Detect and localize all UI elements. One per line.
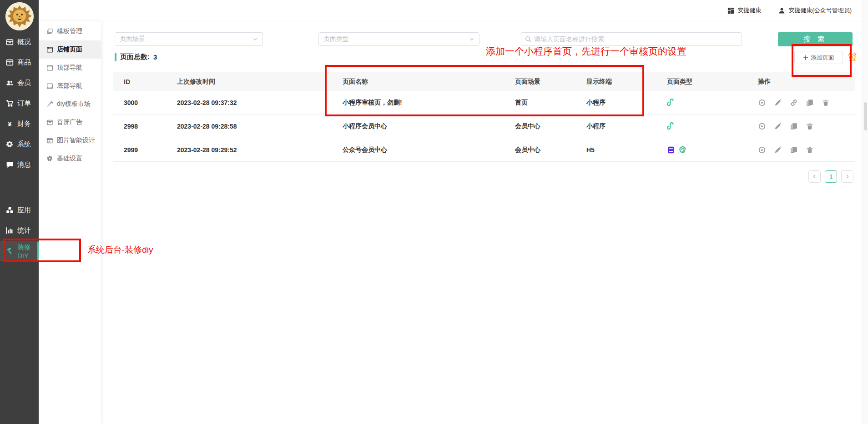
pagination: 1 <box>808 170 853 183</box>
diy-market-icon <box>46 101 53 108</box>
scrollbar-thumb[interactable] <box>864 102 867 130</box>
user-name: 安捷健康(公众号管理员) <box>788 6 852 15</box>
accent-bar <box>115 53 116 61</box>
workspace-switcher[interactable]: 安捷健康 <box>727 6 761 15</box>
page-total-count: 3 <box>153 53 157 61</box>
submenu-item-label: 首屏广告 <box>57 118 82 126</box>
submenu-item-top-nav[interactable]: 顶部导航 <box>39 59 101 77</box>
goods-icon <box>6 59 14 66</box>
miniprogram-icon <box>667 122 676 130</box>
col-operations: 操作 <box>758 78 855 86</box>
submenu-item-image-design[interactable]: 图片智能设计 <box>39 131 101 150</box>
user-menu[interactable]: 安捷健康(公众号管理员) <box>778 6 852 15</box>
page-type-placeholder: 页面类型 <box>323 35 349 43</box>
sidebar-item-label: 订单 <box>17 99 31 108</box>
sidebar-item-finance[interactable]: ¥ 财务 <box>0 114 39 134</box>
sidebar-item-label: 商品 <box>17 58 31 67</box>
submenu-item-label: 店铺页面 <box>57 45 82 54</box>
cell-page-type <box>667 122 758 130</box>
top-header: 安捷健康 安捷健康(公众号管理员) <box>101 0 863 21</box>
sidebar-item-label: 消息 <box>17 160 31 169</box>
sidebar-item-orders[interactable]: 订单 <box>0 93 39 114</box>
page-type-select[interactable]: 页面类型 <box>318 32 479 46</box>
stats-icon <box>6 227 14 234</box>
sidebar-item-label: 概况 <box>17 38 31 46</box>
copy-icon[interactable] <box>790 146 798 154</box>
edit-icon[interactable] <box>774 146 782 154</box>
chevron-down-icon <box>469 36 474 42</box>
annotation-note-add-review-page: 添加一个小程序首页，先进行一个审核页的设置 <box>486 45 686 58</box>
cell-time: 2023-02-28 09:29:52 <box>177 146 343 154</box>
copy-icon[interactable] <box>790 122 798 130</box>
overview-icon <box>6 38 14 46</box>
submenu-item-shop-page[interactable]: 店铺页面 <box>39 40 101 59</box>
sidebar-item-message[interactable]: 消息 <box>0 155 39 175</box>
cell-name: 公众号会员中心 <box>343 146 515 154</box>
table-row: 2999 2023-02-28 09:29:52 公众号会员中心 会员中心 H5 <box>113 138 855 162</box>
sidebar-item-members[interactable]: 会员 <box>0 73 39 93</box>
col-page-type: 页面类型 <box>667 78 758 86</box>
image-design-icon <box>46 137 53 144</box>
row-operations <box>758 122 855 130</box>
search-input[interactable] <box>534 35 738 43</box>
cell-terminal: 小程序 <box>586 122 667 130</box>
page-total-label: 页面总数: <box>120 53 150 61</box>
cell-scene: 会员中心 <box>515 122 586 130</box>
h5-mobile-icon <box>667 146 675 154</box>
annotation-box-decorate-diy <box>3 239 81 262</box>
sidebar-item-system[interactable]: 系统 <box>0 134 39 155</box>
submenu-item-banner-ad[interactable]: 首屏广告 <box>39 113 101 131</box>
table-row: 2998 2023-02-28 09:28:58 小程序会员中心 会员中心 小程… <box>113 115 855 138</box>
link-icon[interactable] <box>790 99 798 107</box>
sidebar-item-apps[interactable]: 应用 <box>0 200 39 220</box>
sidebar-item-stats[interactable]: 统计 <box>0 220 39 241</box>
chevron-down-icon <box>252 36 258 42</box>
lion-logo-icon <box>5 2 34 30</box>
submenu-item-label: 底部导航 <box>57 82 82 90</box>
submenu-item-basic-settings[interactable]: 基础设置 <box>39 150 101 168</box>
system-icon <box>6 140 14 148</box>
page-scene-select[interactable]: 页面场景 <box>115 32 263 46</box>
view-icon[interactable] <box>758 122 766 130</box>
col-id: ID <box>124 78 177 85</box>
submenu-item-label: 模板管理 <box>57 27 82 35</box>
top-nav-icon <box>46 65 53 71</box>
page-search-field <box>521 32 742 46</box>
col-modified-time: 上次修改时间 <box>177 78 343 86</box>
sidebar-item-overview[interactable]: 概况 <box>0 32 39 52</box>
cell-id: 3000 <box>124 99 177 106</box>
submenu-item-template-manage[interactable]: 模板管理 <box>39 22 101 40</box>
submenu-item-label: 顶部导航 <box>57 64 82 72</box>
submenu-item-bottom-nav[interactable]: 底部导航 <box>39 77 101 95</box>
wechat-official-icon <box>678 145 687 154</box>
main-sidebar: 概况 商品 会员 订单 ¥ 财务 系统 <box>0 0 39 424</box>
cell-id: 2998 <box>124 123 177 130</box>
copy-icon[interactable] <box>806 99 814 107</box>
apps-icon <box>6 206 14 214</box>
cell-time: 2023-02-28 09:37:32 <box>177 99 343 106</box>
delete-icon[interactable] <box>806 146 814 154</box>
message-icon <box>6 161 14 169</box>
edit-icon[interactable] <box>774 99 782 107</box>
view-icon[interactable] <box>758 146 766 154</box>
cell-id: 2999 <box>124 146 177 154</box>
cell-page-type <box>667 145 758 154</box>
finance-icon: ¥ <box>6 120 14 128</box>
delete-icon[interactable] <box>822 99 830 107</box>
template-manage-icon <box>46 28 53 35</box>
sidebar-item-label: 会员 <box>17 79 31 87</box>
edit-icon[interactable] <box>774 122 782 130</box>
members-icon <box>6 79 14 87</box>
annotation-note-backend-diy: 系统后台-装修diy <box>87 244 153 256</box>
annotation-box-review-page-row <box>325 65 644 116</box>
store-page-submenu: 模板管理 店铺页面 顶部导航 底部导航 diy模板市场 首屏广告 图片智能设 <box>39 21 101 424</box>
delete-icon[interactable] <box>806 122 814 130</box>
sidebar-top-items: 概况 商品 会员 订单 ¥ 财务 系统 <box>0 32 39 175</box>
prev-page-button[interactable] <box>808 170 821 183</box>
submenu-item-label: diy模板市场 <box>57 100 91 108</box>
next-page-button[interactable] <box>841 170 853 183</box>
sidebar-item-goods[interactable]: 商品 <box>0 52 39 73</box>
page-number-button[interactable]: 1 <box>825 170 837 183</box>
view-icon[interactable] <box>758 99 766 107</box>
submenu-item-diy-market[interactable]: diy模板市场 <box>39 95 101 113</box>
